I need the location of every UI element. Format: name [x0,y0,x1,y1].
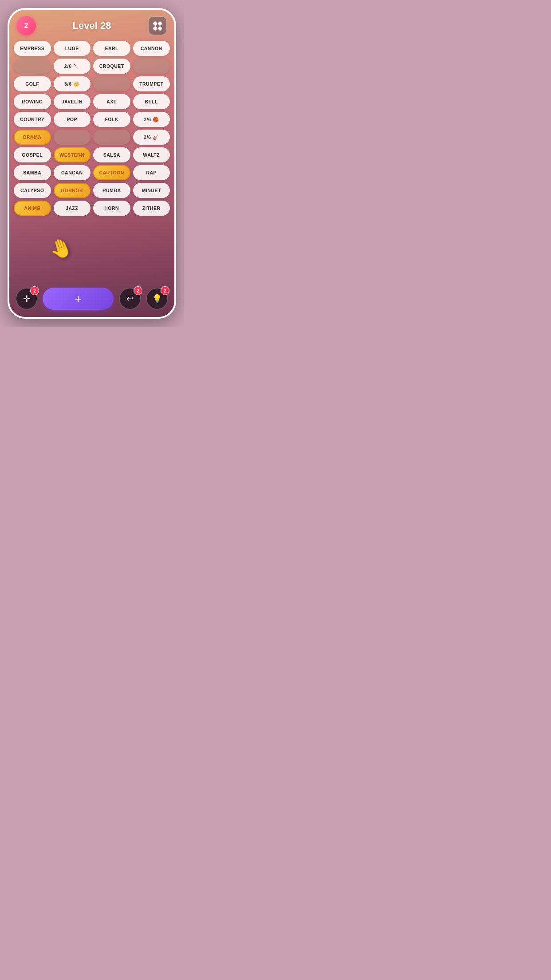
lives-count: 2 [24,22,28,30]
word-label-javelin: JAVELIN [62,99,83,104]
word-pill-waltz[interactable]: WALTZ [133,147,170,162]
app-content: 2 Level 28 EMPRESSLUGEEARLCANNON2/6 🔪CRO… [9,10,174,317]
undo-button[interactable]: ↩ 2 [119,288,141,310]
word-pill-golf[interactable]: GOLF [14,76,51,91]
move-icon: ✛ [23,293,31,304]
word-label-rumba: RUMBA [102,188,121,193]
word-label-rowing: ROWING [22,99,43,104]
badge-label-slot6_badge: 2/6 🏀 [144,117,159,122]
lives-badge: 2 [16,16,36,36]
word-label-anime: ANIME [24,205,40,211]
word-label-jazz: JAZZ [66,205,78,211]
word-pill-zither[interactable]: ZITHER [133,201,170,216]
word-label-horror: HORROR [61,188,83,193]
word-pill-luge[interactable]: LUGE [54,41,91,56]
word-pill-pop[interactable]: POP [54,112,91,127]
word-pill-slot8 [93,130,130,145]
word-pill-earl[interactable]: EARL [93,41,130,56]
word-pill-bell[interactable]: BELL [133,94,170,109]
word-pill-calypso[interactable]: CALYPSO [14,183,51,198]
word-label-cancan: CANCAN [61,170,83,175]
word-label-luge: LUGE [65,46,79,51]
word-pill-slot2_badge[interactable]: 2/6 🔪 [54,59,91,74]
hint-badge: 2 [161,286,169,295]
undo-badge: 2 [134,286,142,295]
word-pill-western[interactable]: WESTERN [54,147,91,162]
word-label-trumpet: TRUMPET [139,81,163,87]
word-label-samba: SAMBA [23,170,41,175]
word-pill-cancan[interactable]: CANCAN [54,165,91,180]
badge-label-slot2_badge: 2/6 🔪 [64,63,80,69]
word-pill-country[interactable]: COUNTRY [14,112,51,127]
word-label-waltz: WALTZ [143,152,160,158]
word-pill-horn[interactable]: HORN [93,201,130,216]
word-pill-slot3 [133,59,170,74]
word-pill-salsa[interactable]: SALSA [93,147,130,162]
menu-button[interactable] [148,16,167,36]
word-pill-rumba[interactable]: RUMBA [93,183,130,198]
word-pill-rap[interactable]: RAP [133,165,170,180]
word-label-bell: BELL [145,99,158,104]
words-grid: EMPRESSLUGEEARLCANNON2/6 🔪CROQUETGOLF3/6… [14,41,170,216]
word-pill-rowing[interactable]: ROWING [14,94,51,109]
word-pill-slot7 [54,130,91,145]
word-pill-jazz[interactable]: JAZZ [54,201,91,216]
word-label-country: COUNTRY [20,117,44,122]
undo-icon: ↩ [126,294,133,304]
word-pill-slot6_badge[interactable]: 2/6 🏀 [133,112,170,127]
word-pill-axe[interactable]: AXE [93,94,130,109]
word-label-minuet: MINUET [142,188,161,193]
word-label-calypso: CALYPSO [20,188,44,193]
words-area: EMPRESSLUGEEARLCANNON2/6 🔪CROQUETGOLF3/6… [9,39,174,284]
hint-icon: 💡 [152,294,162,304]
word-pill-slot5 [93,76,130,91]
word-label-cannon: CANNON [141,46,162,51]
word-pill-minuet[interactable]: MINUET [133,183,170,198]
word-label-cartoon: CARTOON [99,170,124,175]
word-label-golf: GOLF [25,81,39,87]
word-pill-gospel[interactable]: GOSPEL [14,147,51,162]
word-label-western: WESTERN [59,152,84,158]
word-pill-drama[interactable]: DRAMA [14,130,51,145]
word-label-zither: ZITHER [142,205,161,211]
word-pill-slot4_badge[interactable]: 3/6 👑 [54,76,91,91]
word-label-drama: DRAMA [23,134,42,140]
word-label-earl: EARL [105,46,118,51]
word-label-gospel: GOSPEL [22,152,43,158]
level-title: Level 28 [73,20,111,32]
word-label-salsa: SALSA [103,152,120,158]
phone-frame: 2 Level 28 EMPRESSLUGEEARLCANNON2/6 🔪CRO… [8,8,176,319]
word-label-axe: AXE [106,99,117,104]
word-label-pop: POP [67,117,77,122]
word-pill-javelin[interactable]: JAVELIN [54,94,91,109]
header: 2 Level 28 [9,10,174,39]
badge-label-slot4_badge: 3/6 👑 [64,81,80,87]
word-pill-anime[interactable]: ANIME [14,201,51,216]
add-button[interactable]: + [43,288,114,310]
word-pill-samba[interactable]: SAMBA [14,165,51,180]
word-pill-horror[interactable]: HORROR [54,183,91,198]
word-pill-empress[interactable]: EMPRESS [14,41,51,56]
add-icon: + [75,292,82,306]
word-pill-cartoon[interactable]: CARTOON [93,165,130,180]
menu-icon [153,22,161,30]
word-label-croquet: CROQUET [99,63,124,69]
word-pill-trumpet[interactable]: TRUMPET [133,76,170,91]
hint-button[interactable]: 💡 2 [146,288,168,310]
bottom-bar: ✛ 2 + ↩ 2 💡 2 [9,284,174,317]
word-label-rap: RAP [146,170,157,175]
move-button[interactable]: ✛ 2 [16,288,38,310]
word-pill-slot9_badge[interactable]: 2/6 🎸 [133,130,170,145]
word-pill-folk[interactable]: FOLK [93,112,130,127]
move-badge: 2 [30,286,39,295]
word-pill-slot1 [14,59,51,74]
word-pill-croquet[interactable]: CROQUET [93,59,130,74]
word-pill-cannon[interactable]: CANNON [133,41,170,56]
word-label-empress: EMPRESS [20,46,44,51]
word-label-folk: FOLK [105,117,118,122]
badge-label-slot9_badge: 2/6 🎸 [144,134,159,140]
word-label-horn: HORN [104,205,119,211]
